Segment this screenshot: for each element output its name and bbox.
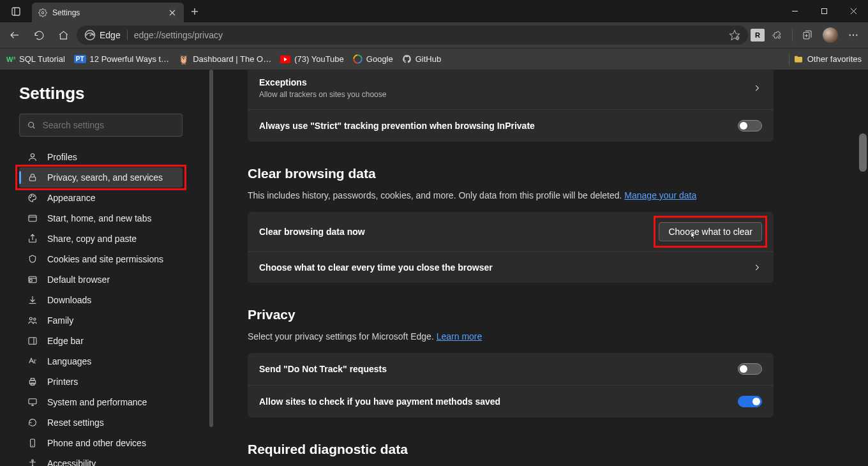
tab-actions-icon: [11, 6, 21, 17]
bookmark-item[interactable]: PT12 Powerful Ways t…: [74, 54, 169, 64]
nav-phone[interactable]: Phone and other devices: [19, 433, 183, 453]
nav-label: Family: [47, 315, 73, 326]
window-close-button[interactable]: [839, 0, 868, 22]
privacy-heading: Privacy: [248, 307, 774, 322]
manage-your-data-link[interactable]: Manage your data: [624, 190, 696, 200]
scrollbar-thumb[interactable]: [859, 133, 867, 172]
nav-cookies[interactable]: Cookies and site permissions: [19, 249, 183, 269]
more-menu-button[interactable]: [842, 25, 864, 45]
refresh-icon: [34, 30, 45, 41]
tab-actions-button[interactable]: [0, 0, 32, 22]
svg-point-32: [31, 195, 32, 196]
separator: [127, 30, 128, 40]
arrow-left-icon: [9, 29, 20, 41]
row-sublabel: Allow all trackers on sites you choose: [259, 90, 386, 99]
maximize-icon: [821, 8, 828, 15]
sidebar-scrollbar[interactable]: [209, 70, 213, 466]
new-tab-button[interactable]: [184, 0, 206, 22]
page-title: Settings: [19, 84, 204, 103]
scrollbar-thumb[interactable]: [209, 70, 213, 427]
window-maximize-button[interactable]: [809, 0, 839, 22]
github-icon: [402, 54, 412, 64]
nav-label: Languages: [47, 356, 91, 366]
chevron-right-icon: [752, 262, 762, 273]
nav-profiles[interactable]: Profiles: [19, 147, 183, 167]
avatar-icon: [823, 27, 838, 43]
nav-languages[interactable]: Languages: [19, 351, 183, 372]
bookmark-item[interactable]: GitHub: [402, 54, 441, 64]
nav-label: Accessibility: [47, 458, 96, 466]
nav-label: Share, copy and paste: [47, 234, 137, 244]
separator: [789, 54, 789, 65]
lock-icon: [27, 172, 38, 183]
clear-on-close-row[interactable]: Choose what to clear every time you clos…: [248, 252, 774, 283]
svg-rect-48: [31, 379, 34, 380]
home-icon: [58, 30, 69, 41]
page-content: Settings Profiles Privacy, search, and s…: [0, 70, 868, 466]
edge-icon: [84, 29, 96, 41]
browser-tab-active[interactable]: Settings: [32, 3, 184, 22]
family-icon: [27, 315, 38, 326]
search-input[interactable]: [42, 120, 174, 130]
clear-data-description: This includes history, passwords, cookie…: [248, 190, 774, 200]
window-controls: [780, 0, 868, 22]
google-icon: [353, 54, 363, 64]
plus-icon: [191, 8, 198, 15]
site-identity[interactable]: Edge: [84, 29, 121, 41]
row-label: Allow sites to check if you have payment…: [259, 396, 500, 407]
svg-point-43: [34, 318, 36, 320]
refresh-button[interactable]: [28, 25, 50, 45]
nav-system[interactable]: System and performance: [19, 392, 183, 412]
bookmark-item[interactable]: (73) YouTube: [280, 54, 344, 64]
chevron-right-icon: [752, 83, 762, 93]
extensions-button[interactable]: [766, 25, 788, 45]
nav-start[interactable]: Start, home, and new tabs: [19, 208, 183, 229]
nav-label: Appearance: [47, 193, 96, 203]
privacy-learn-more-link[interactable]: Learn more: [437, 331, 483, 342]
dnt-row: Send "Do Not Track" requests: [248, 353, 774, 385]
nav-label: Start, home, and new tabs: [47, 213, 151, 223]
share-icon: [27, 234, 38, 244]
privacy-description: Select your privacy settings for Microso…: [248, 331, 774, 342]
window-minimize-button[interactable]: [780, 0, 809, 22]
home-button[interactable]: [52, 25, 74, 45]
payment-methods-toggle[interactable]: [738, 396, 762, 407]
svg-point-2: [41, 11, 44, 14]
collections-button[interactable]: [797, 25, 818, 45]
puzzle-icon: [771, 29, 782, 41]
favorite-star-icon[interactable]: [729, 29, 740, 41]
other-favorites-button[interactable]: Other favorites: [793, 54, 862, 64]
bookmark-item[interactable]: W³SQL Tutorial: [6, 54, 65, 64]
nav-share[interactable]: Share, copy and paste: [19, 229, 183, 249]
nav-accessibility[interactable]: Accessibility: [19, 453, 183, 466]
svg-point-20: [849, 34, 851, 36]
nav-edge-bar[interactable]: Edge bar: [19, 331, 183, 351]
main-scrollbar[interactable]: [859, 76, 867, 459]
nav-downloads[interactable]: Downloads: [19, 290, 183, 310]
nav-family[interactable]: Family: [19, 310, 183, 331]
nav-default-browser[interactable]: Default browser: [19, 269, 183, 290]
clear-now-row: Clear browsing data now Choose what to c…: [248, 212, 774, 252]
exceptions-row[interactable]: Exceptions Allow all trackers on sites y…: [248, 70, 774, 109]
extension-r-button[interactable]: R: [751, 29, 765, 41]
nav-reset[interactable]: Reset settings: [19, 412, 183, 433]
strict-inprivate-toggle[interactable]: [738, 120, 762, 132]
bookmark-item[interactable]: 🦉Dashboard | The O…: [178, 54, 271, 64]
settings-search[interactable]: [19, 114, 183, 137]
bookmark-label: GitHub: [415, 54, 441, 64]
tab-close-button[interactable]: [167, 8, 177, 18]
svg-point-29: [31, 154, 34, 157]
nav-label: Default browser: [47, 274, 110, 285]
nav-appearance[interactable]: Appearance: [19, 188, 183, 208]
profile-button[interactable]: [819, 25, 841, 45]
back-button[interactable]: [4, 25, 26, 45]
nav-privacy[interactable]: Privacy, search, and services: [19, 167, 183, 188]
shield-icon: [27, 254, 38, 264]
bookmark-item[interactable]: Google: [353, 54, 393, 64]
choose-what-to-clear-button[interactable]: Choose what to clear: [659, 222, 762, 241]
bookmark-label: (73) YouTube: [294, 54, 344, 64]
dnt-toggle[interactable]: [738, 363, 762, 375]
nav-printers[interactable]: Printers: [19, 372, 183, 392]
gear-icon: [38, 8, 47, 17]
address-bar[interactable]: Edge edge://settings/privacy: [77, 26, 748, 45]
